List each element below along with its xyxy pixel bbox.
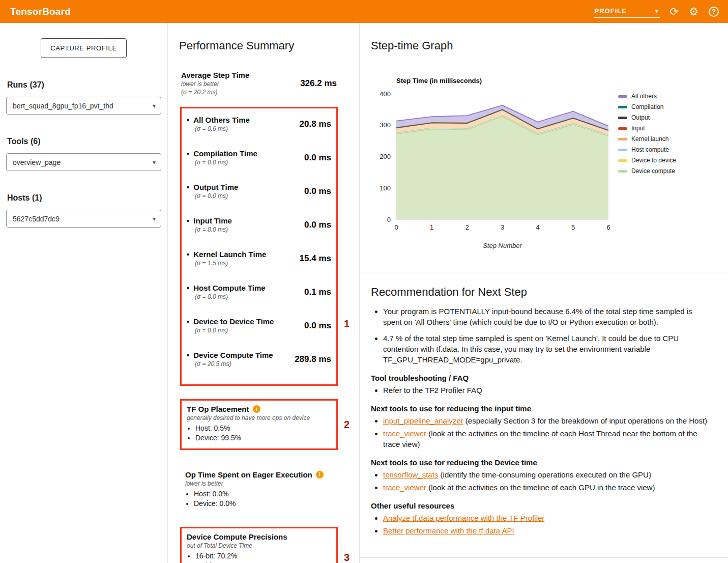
bullet-icon: • xyxy=(187,216,189,225)
metric-label: Input Time xyxy=(193,216,232,225)
info-icon[interactable]: i xyxy=(253,405,260,413)
recommendation-title: Recommendation for Next Step xyxy=(371,286,713,299)
chart-legend: All othersCompilationOutputInputKernel l… xyxy=(618,93,676,175)
metric-value: 0.1 ms xyxy=(304,287,331,297)
recommendation-bullet: Your program is POTENTIALLY input-bound … xyxy=(383,306,713,327)
legend-item: Device compute xyxy=(618,167,676,175)
metric-row: •Host Compute Time (σ = 0.0 ms) 0.1 ms xyxy=(187,284,331,300)
rec-item-text: (look at the activities on the timeline … xyxy=(426,483,655,492)
legend-label: Host compute xyxy=(631,146,669,153)
legend-item: Device to device xyxy=(618,157,676,164)
average-step-time-row: Average Step Time lower is better (σ = 2… xyxy=(179,71,350,96)
annotation-number-3: 3 xyxy=(344,552,350,563)
hosts-select-value: 5627c5dd7dc9 xyxy=(13,215,60,223)
dashboard-select-value: PROFILE xyxy=(595,7,627,15)
eager-execution-title: Op Time Spent on Eager Execution xyxy=(185,470,312,479)
device-precisions-note: out of Total Device Time xyxy=(187,542,331,549)
metric-label: All Others Time xyxy=(193,116,250,124)
rec-link[interactable]: Better performance with the tf.data API xyxy=(383,526,514,535)
rec-section-head: Tool troubleshooting / FAQ xyxy=(371,374,713,382)
annotation-number-1: 1 xyxy=(344,318,350,330)
performance-summary-panel: Performance Summary Average Step Time lo… xyxy=(168,23,360,563)
step-time-graph-title: Step-time Graph xyxy=(371,39,716,52)
help-icon[interactable]: ? xyxy=(709,7,719,17)
metric-note: lower is better xyxy=(181,80,249,88)
rec-link[interactable]: trace_viewer xyxy=(383,429,426,438)
reload-icon[interactable]: ⟳ xyxy=(670,6,679,17)
svg-text:Step Number: Step Number xyxy=(483,242,522,249)
metric-value: 20.8 ms xyxy=(300,119,331,129)
svg-text:0: 0 xyxy=(394,223,398,231)
step-time-graph-panel: Step-time Graph Step Time (in millisecon… xyxy=(360,23,728,272)
tf-op-placement-note: generally desired to have more ops on de… xyxy=(187,414,331,421)
legend-swatch xyxy=(618,149,627,151)
tools-select[interactable]: overview_page ▾ xyxy=(6,153,161,171)
metric-left: •Host Compute Time (σ = 0.0 ms) xyxy=(187,284,266,300)
recommendation-bullets: Your program is POTENTIALLY input-bound … xyxy=(371,306,713,365)
legend-swatch xyxy=(618,138,627,140)
annotation-box-1: 1 •All Others Time (σ = 0.6 ms) 20.8 ms … xyxy=(180,107,338,386)
device-precisions-title: Device Compute Precisions xyxy=(187,532,287,541)
metric-row: •Input Time (σ = 0.0 ms) 0.0 ms xyxy=(187,216,331,233)
rec-item: tensorflow_stats (identify the time-cons… xyxy=(383,469,713,480)
step-time-chart: 01002003004000123456Step Number xyxy=(371,87,615,256)
rec-link[interactable]: tensorflow_stats xyxy=(383,470,438,479)
dashboard-select[interactable]: PROFILE ▾ xyxy=(594,6,660,18)
legend-item: Compilation xyxy=(618,103,676,110)
metric-sigma: (σ = 0.6 ms) xyxy=(187,125,250,132)
bullet-icon: • xyxy=(187,116,189,124)
rec-section-head: Next tools to use for reducing the Devic… xyxy=(371,458,713,467)
metric-value: 326.2 ms xyxy=(300,78,337,89)
device-precisions-list: 16-bit: 70.2% 32-bit: 29.8% xyxy=(187,552,331,563)
rec-item-text: (identify the time-consuming operations … xyxy=(438,470,651,479)
legend-label: Compilation xyxy=(631,103,663,110)
hosts-group: Hosts (1) 5627c5dd7dc9 ▾ xyxy=(6,193,161,228)
bullet-icon: • xyxy=(187,183,189,191)
metric-value: 0.0 ms xyxy=(304,220,331,230)
rec-section-resources: Other useful resources Analyze tf.data p… xyxy=(371,501,713,536)
rec-link[interactable]: Analyze tf.data performance with the TF … xyxy=(383,514,544,522)
performance-summary-title: Performance Summary xyxy=(179,39,350,52)
chevron-down-icon: ▾ xyxy=(153,215,156,222)
runs-group: Runs (37) bert_squad_8gpu_fp16_pvt_thd ▾ xyxy=(6,80,161,115)
rec-item: Better performance with the tf.data API xyxy=(383,525,713,536)
info-icon[interactable]: i xyxy=(316,471,324,478)
hosts-select[interactable]: 5627c5dd7dc9 ▾ xyxy=(6,210,161,228)
rec-link[interactable]: input_pipeline_analyzer xyxy=(383,416,463,425)
runs-select[interactable]: bert_squad_8gpu_fp16_pvt_thd ▾ xyxy=(6,97,161,115)
metric-left: •All Others Time (σ = 0.6 ms) xyxy=(187,116,250,132)
chart-title: Step Time (in milliseconds) xyxy=(396,77,716,85)
legend-swatch xyxy=(618,170,627,173)
metric-row: •Device to Device Time (σ = 0.0 ms) 0.0 … xyxy=(187,317,331,334)
metric-sigma: (σ = 0.0 ms) xyxy=(187,159,257,166)
metric-sigma: (σ = 20.2 ms) xyxy=(181,89,249,96)
list-item: Host: 0.0% xyxy=(194,490,338,498)
recommendation-panel: Recommendation for Next Step Your progra… xyxy=(360,272,728,558)
tensorboard-app: TensorBoard PROFILE ▾ ⟳ ⚙ ? CAPTURE PROF… xyxy=(0,0,728,563)
capture-profile-button[interactable]: CAPTURE PROFILE xyxy=(41,38,126,58)
main-content: CAPTURE PROFILE Runs (37) bert_squad_8gp… xyxy=(0,23,728,563)
metric-row: •Kernel Launch Time (σ = 1.5 ms) 15.4 ms xyxy=(187,250,331,267)
tf-op-placement-list: Host: 0.5% Device: 99.5% xyxy=(187,424,331,442)
right-column: Step-time Graph Step Time (in millisecon… xyxy=(360,23,728,563)
legend-label: Device compute xyxy=(631,167,675,175)
metric-sigma: (σ = 0.0 ms) xyxy=(187,226,232,233)
metric-left: •Output Time (σ = 0.0 ms) xyxy=(187,183,238,200)
legend-swatch xyxy=(618,106,627,108)
settings-gear-icon[interactable]: ⚙ xyxy=(689,6,698,17)
legend-label: Input xyxy=(631,125,645,132)
legend-swatch xyxy=(618,117,627,119)
rec-link[interactable]: trace_viewer xyxy=(383,483,426,492)
legend-label: All others xyxy=(631,93,657,100)
metric-left: •Device to Device Time (σ = 0.0 ms) xyxy=(187,317,274,334)
legend-swatch xyxy=(618,127,627,130)
metric-row: •Compilation Time (σ = 0.0 ms) 0.0 ms xyxy=(187,149,331,166)
recommendation-bullet: 4.7 % of the total step time sampled is … xyxy=(383,333,713,365)
svg-text:1: 1 xyxy=(430,223,433,231)
rec-item: input_pipeline_analyzer (especially Sect… xyxy=(383,415,713,426)
list-item: Device: 0.0% xyxy=(194,499,338,508)
chart-area: 01002003004000123456Step Number All othe… xyxy=(371,87,716,256)
metric-row: •All Others Time (σ = 0.6 ms) 20.8 ms xyxy=(187,116,331,132)
svg-text:3: 3 xyxy=(501,223,504,231)
average-step-time-labels: Average Step Time lower is better (σ = 2… xyxy=(181,71,249,96)
